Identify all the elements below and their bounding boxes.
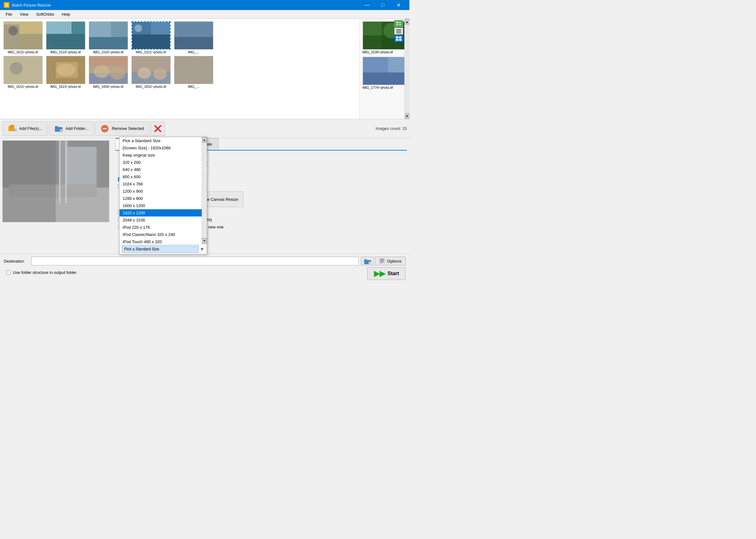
dropdown-scroll-up[interactable]: ▲ [202, 137, 207, 143]
scroll-down-btn[interactable]: ▼ [405, 113, 410, 119]
close-all-button[interactable] [151, 121, 165, 136]
sidebar-view-icons [394, 20, 403, 42]
svg-rect-9 [89, 37, 128, 49]
menu-help[interactable]: Help [59, 11, 73, 18]
svg-rect-41 [396, 32, 401, 33]
scroll-up-btn[interactable]: ▲ [405, 19, 410, 25]
maximize-button[interactable]: □ [375, 0, 390, 10]
destination-label: Destination [4, 259, 29, 264]
add-folder-label: Add Folder... [66, 126, 89, 131]
svg-rect-81 [380, 262, 383, 263]
list-item[interactable]: IMG_1615~photo.tif [3, 56, 43, 89]
dropdown-scrollable: Pick a Standard Size[Screen Size] - 1920… [119, 137, 207, 244]
options-button[interactable]: Options [375, 257, 406, 266]
minimize-button[interactable]: — [360, 0, 374, 10]
svg-rect-19 [4, 56, 42, 84]
svg-rect-43 [399, 37, 402, 38]
image-label: IMG_1650~photo.tif [93, 85, 123, 89]
dropdown-arrow[interactable]: ▼ [200, 247, 204, 252]
svg-point-28 [110, 67, 125, 79]
dropdown-item[interactable]: 2048 x 1536 [119, 216, 207, 224]
title-bar: 🖼 Batch Picture Resizer — □ ✕ [0, 0, 410, 10]
svg-rect-69 [59, 140, 60, 203]
list-item[interactable]: IMG_... [173, 56, 214, 89]
dropdown-item[interactable]: 1024 x 768 [119, 181, 207, 188]
svg-rect-52 [388, 57, 406, 72]
svg-point-27 [94, 65, 110, 78]
remove-selected-label: Remove Selected [112, 126, 144, 131]
list-view-btn[interactable] [394, 28, 403, 35]
svg-rect-45 [399, 39, 402, 41]
menu-softorbits[interactable]: SoftOrbits [33, 11, 57, 18]
add-folder-button[interactable]: + Add Folder... [49, 121, 94, 136]
list-item[interactable]: IMG_1520~photo.tif [88, 21, 129, 54]
image-label: IMG_1615~photo.tif [8, 85, 38, 89]
image-label: IMG_1652~photo.tif [136, 85, 166, 89]
list-item[interactable]: IMG_1623~photo.tif [45, 56, 86, 89]
list-item[interactable]: IMG_1615~photo.tif [3, 21, 43, 54]
svg-rect-11 [89, 21, 111, 37]
list-item[interactable]: IMG_1652~photo.tif [130, 56, 171, 89]
canvas-resize-label: Use Canvas Resize [202, 197, 238, 202]
destination-input[interactable] [32, 257, 358, 266]
list-item[interactable]: IMG_1521~photo.tif [130, 21, 171, 54]
list-item[interactable]: IMG_... [173, 21, 214, 54]
svg-rect-13 [132, 35, 170, 49]
dropdown-item[interactable]: Keep original size [119, 152, 207, 159]
add-files-label: Add File(s)... [19, 126, 42, 131]
dropdown-item[interactable]: 640 x 480 [119, 166, 207, 173]
close-button[interactable]: ✕ [391, 0, 406, 10]
gallery-row-1: IMG_1615~photo.tif IMG_1519~photo.tif [3, 21, 357, 54]
dropdown-scroll-down[interactable]: ▼ [202, 238, 207, 244]
use-folder-checkbox[interactable] [6, 270, 10, 274]
destination-browse-button[interactable] [361, 257, 374, 266]
dropdown-item[interactable]: 1280 x 800 [119, 195, 207, 202]
dropdown-footer-value: Pick a Standard Size [122, 245, 198, 253]
dropdown-item[interactable]: 800 x 600 [119, 173, 207, 181]
add-files-button[interactable]: + Add File(s)... [3, 121, 48, 136]
svg-rect-3 [20, 34, 42, 49]
app-icon: 🖼 [4, 2, 9, 8]
add-files-icon: + [8, 124, 17, 133]
dropdown-item[interactable]: Pick a Standard Size [119, 137, 207, 144]
svg-rect-77 [369, 262, 371, 264]
svg-rect-42 [396, 37, 398, 38]
use-folder-label[interactable]: Use folder structure in output folder [13, 270, 77, 275]
gallery-scroll: IMG_1615~photo.tif IMG_1519~photo.tif [0, 19, 359, 119]
svg-rect-36 [399, 22, 401, 23]
dropdown-item[interactable]: 1600 x 1200 [119, 202, 207, 209]
sidebar-item-2[interactable]: IMG_1774~photo.tif [363, 57, 407, 90]
image-label: IMG_... [188, 85, 199, 89]
gallery-area: IMG_1615~photo.tif IMG_1519~photo.tif [0, 19, 410, 119]
dropdown-item[interactable]: iPod Touch 480 x 320 [119, 238, 207, 244]
svg-point-31 [137, 67, 151, 79]
list-item[interactable]: IMG_1519~photo.tif [45, 21, 86, 54]
svg-rect-39 [396, 29, 401, 30]
dropdown-item[interactable]: 1920 x 1200 [119, 209, 207, 216]
title-bar-left: 🖼 Batch Picture Resizer [4, 2, 51, 8]
list-item[interactable]: IMG_1650~photo.tif [88, 56, 129, 89]
menu-file[interactable]: File [3, 11, 15, 18]
dropdown-item[interactable]: iPod Classic/Nano 320 x 240 [119, 231, 207, 238]
image-label: IMG_... [188, 50, 199, 54]
standard-size-dropdown[interactable]: Pick a Standard Size[Screen Size] - 1920… [119, 137, 207, 255]
start-button[interactable]: ▶▶ Start [367, 267, 406, 280]
svg-point-23 [56, 64, 75, 76]
remove-selected-button[interactable]: Remove Selected [95, 121, 149, 136]
svg-rect-54 [10, 125, 14, 127]
svg-rect-5 [46, 34, 85, 49]
dropdown-item[interactable]: 320 x 200 [119, 159, 207, 166]
gallery-row-2: IMG_1615~photo.tif IMG_1623~photo.tif [3, 56, 357, 89]
svg-rect-80 [380, 261, 384, 261]
dropdown-item[interactable]: iPod 220 x 176 [119, 224, 207, 231]
thumbnail-view-btn[interactable] [394, 20, 403, 27]
dropdown-item[interactable]: 1200 x 900 [119, 188, 207, 195]
image-label: IMG_1615~photo.tif [8, 50, 38, 54]
svg-rect-10 [111, 21, 128, 37]
menu-view[interactable]: View [17, 11, 32, 18]
gallery-sidebar: ▲ ▼ [359, 19, 410, 119]
dropdown-item[interactable]: [Screen Size] - 1920x1080 [119, 144, 207, 152]
start-label: Start [388, 271, 399, 276]
image-label: IMG_1623~photo.tif [50, 85, 81, 89]
grid-view-btn[interactable] [394, 35, 403, 42]
